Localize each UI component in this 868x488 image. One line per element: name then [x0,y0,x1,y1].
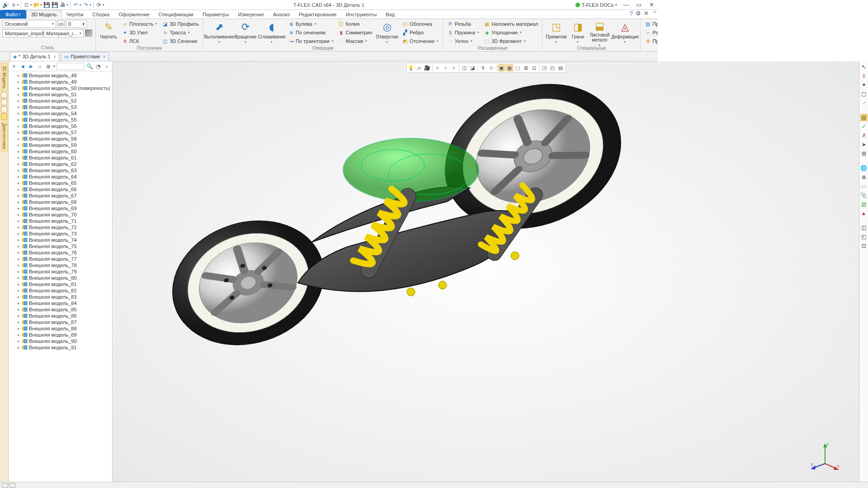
qat-save-icon[interactable]: 💾 [43,1,50,9]
leftbar-btn1[interactable] [1,92,7,98]
tree-expand-icon[interactable]: ▸ [17,162,21,166]
copy-button[interactable]: ⿻Копия [337,20,373,28]
symmetry-button[interactable]: ⧗Симметрия [337,28,373,37]
tree-expand-icon[interactable]: ▸ [17,225,21,230]
projection-button[interactable]: ▥Проекция [643,20,658,28]
qat-print-icon[interactable]: 🖶 [59,1,66,9]
tree-expand-icon[interactable]: ▸ [17,117,21,122]
width-spin[interactable]: 0▴▾ [66,20,87,28]
tree-expand-icon[interactable]: ▸ [17,212,21,217]
qat-new-icon[interactable]: 🗋 [23,1,30,9]
tree-expand-icon[interactable]: ▸ [17,301,21,305]
sweep-button[interactable]: ↝По траектории▾ [287,37,335,45]
tree-expand-icon[interactable]: ▸ [17,333,21,337]
tree-expand-icon[interactable]: ▸ [17,155,21,160]
tab-3d-model[interactable]: 3D Модель [26,10,62,19]
lcs-button[interactable]: ↯ЛСК [120,37,159,45]
tree-expand-icon[interactable]: ▸ [17,219,21,223]
tree-filter-button[interactable]: ◔ [94,63,102,70]
leftbar-warn-icon[interactable] [1,113,7,120]
tree-expand-icon[interactable]: ▸ [17,168,21,173]
tree-expand-icon[interactable]: ▸ [17,314,21,318]
line-style-icon[interactable]: ▭ [57,20,65,28]
tree-expand-icon[interactable]: ▸ [17,257,21,261]
bool-button[interactable]: ⊕Булева▾ [287,20,335,28]
tree-prev-button[interactable]: ‹ [103,63,110,70]
close-icon[interactable]: × [53,54,56,59]
tab-assembly[interactable]: Сборка [88,10,114,19]
hole-button[interactable]: ◎Отверстие▾ [375,20,399,45]
qat-undo-icon[interactable]: ↶ [72,1,80,9]
tree-expand-icon[interactable]: ▸ [17,99,21,103]
rib-button[interactable]: ▞Ребро [401,28,440,37]
tree-expand-icon[interactable]: ▸ [17,193,21,198]
tab-measure[interactable]: Измерение [234,10,269,19]
tree-expand-icon[interactable]: ▸ [17,124,21,128]
tab-params[interactable]: Параметры [198,10,234,19]
tree-expand-icon[interactable]: ▸ [17,295,21,299]
qat-menu-icon[interactable]: ≡ [10,1,17,9]
trace-button[interactable]: ∿Трасса▾ [160,28,200,37]
tree-expand-icon[interactable]: ▸ [17,244,21,249]
tree-back-button[interactable]: ◄ [19,63,26,70]
file-tab[interactable]: Файл ▾ [0,10,26,19]
applymat-button[interactable]: ▦Наложить материал [482,20,539,28]
plane-button[interactable]: ▱Плоскость▾ [120,20,159,28]
close-icon[interactable]: × [103,54,106,59]
docs-menu[interactable]: T-FLEX DOCs ▾ [576,2,617,8]
tree-expand-icon[interactable]: ▸ [17,130,21,135]
material-swatch-icon[interactable] [85,29,92,37]
tab-drawing[interactable]: Чертёж [62,10,88,19]
section3d-button[interactable]: ◫3D Сечение [160,37,200,45]
qat-open-icon[interactable]: 📂 [33,1,40,9]
tab-analysis[interactable]: Анализ [269,10,294,19]
tree-expand-icon[interactable]: ▸ [17,320,21,324]
minimize-button[interactable]: — [620,0,632,10]
loft-button[interactable]: ≋По сечениям [287,28,335,37]
draw-button[interactable]: ✎Чертить [99,20,118,45]
maximize-button[interactable]: ▭ [632,0,645,10]
leftbar-btn2[interactable] [1,99,7,105]
tree-expand-icon[interactable]: ▸ [17,111,21,116]
sheet-button[interactable]: ⬓Листовой металл▾ [589,20,610,45]
primitive-button[interactable]: ◳Примитив▾ [545,20,567,45]
tree-expand-icon[interactable]: ▸ [17,80,21,84]
search-icon[interactable]: 🔍 [86,63,93,70]
material2-select[interactable]: Материал_import_st▾ [44,29,84,38]
tab-edit[interactable]: Редактирование [294,10,341,19]
tree-expand-icon[interactable]: ▸ [17,276,21,280]
tree-fwd-button[interactable]: ► [28,63,35,70]
qat-saveall-icon[interactable]: 💾 [51,1,58,9]
tree-search-input[interactable] [57,63,85,70]
tree-expand-icon[interactable]: ▸ [17,263,21,267]
tree-expand-icon[interactable]: ▸ [17,143,21,147]
tree-expand-icon[interactable]: ▸ [17,282,21,286]
draft-button[interactable]: ⟋Уклон▾ [446,37,481,45]
window-close-doc-button[interactable]: ✕ [644,10,649,17]
tree-expand-icon[interactable]: ▸ [17,92,21,97]
shell-button[interactable]: ◰Оболочка [401,20,440,28]
settings-gear-icon[interactable]: ⚙ [636,10,641,17]
tree-expand-icon[interactable]: ▸ [17,250,21,255]
tree-expand-icon[interactable]: ▸ [17,206,21,211]
tree-expand-icon[interactable]: ▸ [17,238,21,242]
tree-expand-icon[interactable]: ▸ [17,307,21,312]
tree-expand-icon[interactable]: ▸ [17,149,21,154]
array-button[interactable]: ⁖Массив▾ [337,37,373,45]
tree-home-button[interactable]: ⌂ [36,63,43,70]
3d-viewport[interactable]: 💡 ▱ 🎥 ▿ ▿ ▿ ◫ ◪ ↯ ⊹ ▣ ▦ ▢ ⊞ ⊡ ◳ ◰ ▤ [113,61,658,370]
deform-button[interactable]: ◬Деформация▾ [612,20,637,45]
material1-select[interactable]: Материал_import▾ [3,29,42,38]
faces-button[interactable]: ◨Грани▾ [569,20,587,45]
tree-expand-icon[interactable]: ▸ [17,200,21,204]
thread-button[interactable]: ⥀Резьба [446,20,481,28]
style-select[interactable]: Основной▾ [3,20,56,28]
lefttab-3dmodel[interactable]: 3D Модель [1,63,8,91]
tree-expand-icon[interactable]: ▸ [17,86,21,90]
tree-expand-icon[interactable]: ▸ [17,231,21,236]
tree-expand-icon[interactable]: ▸ [17,105,21,109]
smooth-button[interactable]: ◖Сглаживание▾ [259,20,285,45]
close-button[interactable]: ✕ [645,0,658,10]
tree-expand-icon[interactable]: ▸ [17,73,21,78]
tree-expand-icon[interactable]: ▸ [17,345,21,350]
